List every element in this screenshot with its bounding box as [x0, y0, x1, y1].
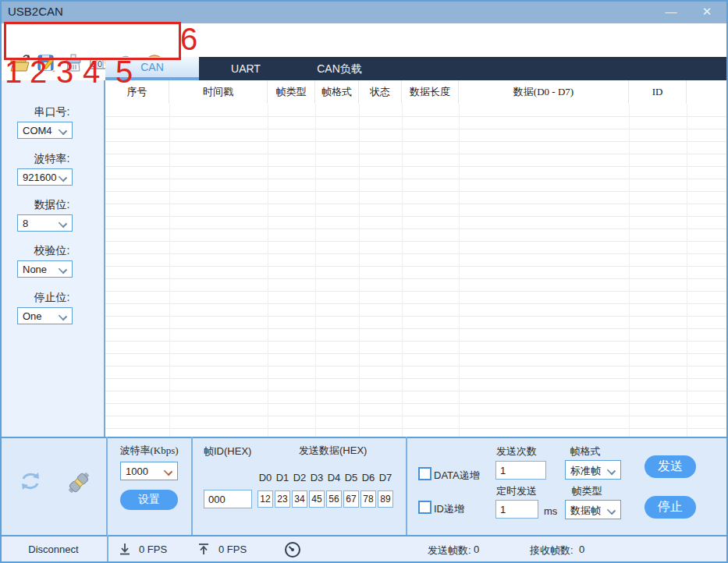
send-panel: 波特率(Kbps) 1000 设置 帧ID(HEX) 发送数据(HEX) D0 … [0, 437, 728, 535]
minimize-button[interactable]: — [659, 3, 683, 20]
timed-send-input[interactable] [495, 500, 538, 519]
frame-id-input[interactable] [204, 490, 252, 508]
byte-input-d7[interactable] [378, 490, 393, 508]
tabbar: CAN UART CAN负载 [105, 57, 728, 80]
tab-can-label: CAN [140, 61, 164, 73]
annotation-number-3: 3 [56, 56, 73, 87]
annotation-number-4: 4 [83, 56, 100, 87]
data-increment-checkbox[interactable] [418, 467, 431, 480]
send-count-label: 发送次数 [495, 444, 538, 459]
received-frames-label: 接收帧数: [530, 544, 574, 558]
send-baud-label: 波特率(Kbps) [109, 444, 189, 458]
byte-label-d5: D5 [343, 472, 359, 483]
table-header: 序号 时间戳 帧类型 帧格式 状态 数据长度 数据(D0 - D7) ID [105, 80, 728, 105]
byte-label-d2: D2 [292, 472, 307, 483]
column-header-frame-type: 帧类型 [268, 80, 315, 104]
rx-fps-value: 0 FPS [139, 544, 167, 555]
gauge-icon [283, 540, 302, 559]
byte-input-d6[interactable] [360, 490, 376, 508]
received-frames-value: 0 [579, 544, 584, 555]
set-baud-button[interactable]: 设置 [120, 490, 178, 510]
byte-label-d3: D3 [309, 472, 325, 483]
data-bits-dropdown[interactable]: 8 [17, 214, 73, 232]
usb2can-window: USB2CAN — ✕ [0, 0, 728, 563]
chevron-down-icon [59, 219, 67, 228]
data-bits-label: 数据位: [0, 198, 104, 212]
baudrate-label: 波特率: [0, 152, 104, 166]
window-title: USB2CAN [8, 5, 63, 18]
byte-label-d1: D1 [275, 472, 290, 483]
send-count-input[interactable] [495, 461, 546, 480]
byte-label-d4: D4 [326, 472, 342, 483]
annotation-number-6: 6 [180, 23, 197, 55]
byte-input-d0[interactable] [257, 490, 273, 508]
connector-plug-icon [66, 469, 92, 496]
serial-settings-sidebar: 串口号: COM4 波特率: 921600 数据位: 8 校验位: None [0, 80, 105, 437]
column-header-spare [687, 80, 728, 104]
byte-input-d2[interactable] [292, 490, 307, 508]
byte-input-d5[interactable] [343, 490, 359, 508]
column-header-id: ID [629, 80, 687, 104]
upload-arrow-icon [197, 542, 211, 556]
chevron-down-icon [607, 506, 616, 515]
frame-format-dropdown[interactable]: 标准帧 [565, 460, 621, 480]
chevron-down-icon [164, 467, 172, 476]
download-arrow-icon [118, 542, 132, 556]
refresh-icon[interactable] [16, 466, 45, 496]
disconnect-button[interactable]: Disconnect [0, 544, 107, 555]
stop-button[interactable]: 停止 [645, 496, 696, 519]
send-button[interactable]: 发送 [645, 455, 696, 478]
stop-bits-dropdown[interactable]: One [17, 307, 73, 324]
byte-label-d6: D6 [360, 472, 376, 483]
column-header-data: 数据(D0 - D7) [459, 80, 629, 104]
frame-type-dropdown[interactable]: 数据帧 [565, 500, 621, 519]
titlebar: USB2CAN — ✕ [0, 0, 728, 23]
tab-uart-label: UART [231, 62, 261, 75]
column-header-timestamp: 时间戳 [169, 80, 268, 104]
column-header-frame-format: 帧格式 [315, 80, 359, 104]
frame-id-label: 帧ID(HEX) [204, 444, 251, 459]
table-body [105, 104, 728, 437]
parity-dropdown[interactable]: None [17, 260, 73, 278]
column-header-status: 状态 [359, 80, 402, 104]
sent-frames-value: 0 [474, 544, 479, 555]
chevron-down-icon [59, 173, 67, 182]
byte-label-d7: D7 [378, 472, 393, 483]
byte-input-d3[interactable] [309, 490, 325, 508]
com-port-dropdown[interactable]: COM4 [17, 122, 73, 139]
baudrate-dropdown[interactable]: 921600 [17, 168, 73, 186]
statusbar: Disconnect 0 FPS 0 FPS 0. [0, 535, 728, 563]
annotation-number-2: 2 [30, 56, 47, 87]
chevron-down-icon [607, 466, 616, 475]
id-increment-checkbox[interactable] [418, 501, 431, 514]
chevron-down-icon [59, 265, 67, 274]
frame-type-label: 帧类型 [565, 484, 609, 498]
com-port-label: 串口号: [0, 105, 104, 119]
data-increment-label: DATA递增 [434, 469, 480, 483]
tab-uart[interactable]: UART [199, 57, 293, 80]
byte-input-d4[interactable] [326, 490, 342, 508]
tab-can-load[interactable]: CAN负载 [293, 57, 386, 80]
tab-can-load-label: CAN负载 [317, 62, 362, 75]
annotation-number-1: 1 [5, 56, 22, 87]
sent-frames-label: 发送帧数: [428, 544, 471, 558]
tx-fps-value: 0 FPS [218, 544, 247, 555]
parity-label: 校验位: [0, 244, 104, 258]
chevron-down-icon [59, 126, 67, 135]
close-button[interactable]: ✕ [695, 3, 719, 20]
column-header-data-length: 数据长度 [402, 80, 459, 104]
byte-input-d1[interactable] [275, 490, 290, 508]
chevron-down-icon [59, 312, 67, 320]
ms-unit-label: ms [544, 505, 557, 517]
stop-bits-label: 停止位: [0, 291, 104, 305]
annotation-number-5: 5 [115, 56, 133, 87]
send-data-label: 发送数据(HEX) [299, 444, 367, 458]
id-increment-label: ID递增 [434, 502, 464, 516]
timed-send-label: 定时发送 [495, 484, 538, 498]
frame-format-label: 帧格式 [563, 444, 607, 459]
send-baud-dropdown[interactable]: 1000 [120, 462, 178, 480]
byte-label-d0: D0 [257, 472, 273, 483]
